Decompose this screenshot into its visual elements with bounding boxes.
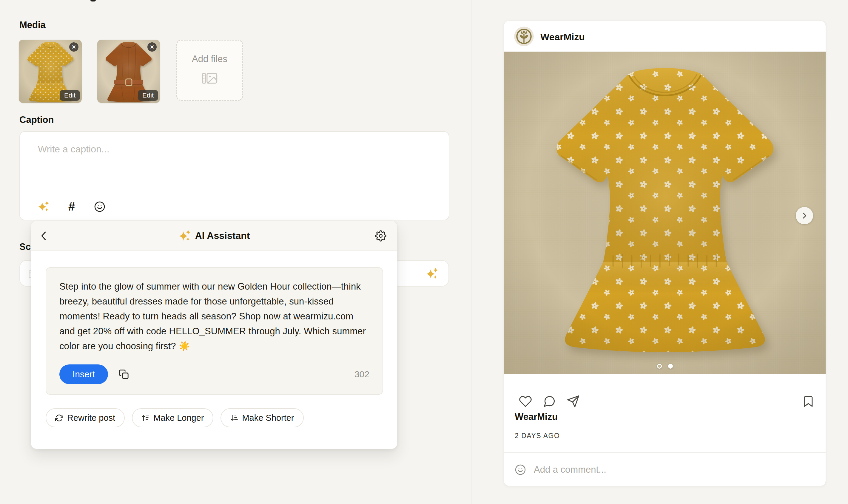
hashtag-button[interactable]: # [65,200,78,213]
post-preview-card: WearMizu WearMizu 2 DAYS AGO [504,21,826,486]
copy-icon[interactable] [119,369,129,379]
post-timestamp: 2 DAYS AGO [515,432,560,440]
add-comment-row[interactable]: Add a comment... [504,453,826,486]
add-files-label: Add files [192,54,227,65]
edit-media-badge[interactable]: Edit [138,90,158,101]
post-image-yellow-dress[interactable] [504,52,826,374]
emoji-smile-icon[interactable] [515,464,526,475]
ai-assistant-title-group: AI Assistant [178,230,250,242]
ai-suggest-button[interactable] [426,268,438,281]
rewrite-post-button[interactable]: Rewrite post [46,408,125,427]
media-thumbnails: ✕ Edit ✕ Edit [19,40,160,103]
make-shorter-label: Make Shorter [242,413,294,423]
comment-bubble-icon[interactable] [543,395,556,408]
post-action-row [519,395,580,408]
arrow-down-lines-icon [230,414,238,422]
ai-assistant-header: AI Assistant [31,221,397,251]
brand-avatar[interactable] [514,26,534,46]
caption-toolbar: # [20,193,449,220]
make-longer-button[interactable]: Make Longer [132,408,213,427]
media-upload-icon [202,72,217,85]
carousel-dots [504,364,826,368]
ai-assistant-panel: AI Assistant Step into the glow of summe… [31,221,398,449]
post-header: WearMizu [504,21,826,52]
ai-suggestion-actions: Insert 302 [59,364,369,384]
edit-media-badge[interactable]: Edit [60,90,80,101]
schedule-heading-partial: Sc [19,241,31,252]
botanical-logo-icon [514,26,534,46]
remove-media-button[interactable]: ✕ [69,42,78,52]
media-thumbnail-yellow-dress[interactable]: ✕ Edit [19,40,82,103]
refresh-icon [55,414,63,422]
ai-suggestion-text: Step into the glow of summer with our ne… [59,279,369,354]
like-heart-icon[interactable] [519,395,532,408]
make-longer-label: Make Longer [153,413,204,423]
ai-sparkles-button[interactable] [37,200,50,213]
add-files-dropzone[interactable]: Add files [176,40,243,101]
share-send-icon[interactable] [567,395,580,408]
pane-divider [471,0,472,504]
carousel-next-button[interactable] [796,207,813,224]
arrow-up-lines-icon [141,414,149,422]
caption-placeholder: Write a caption... [38,144,109,155]
rewrite-post-label: Rewrite post [67,413,115,423]
ai-assistant-title: AI Assistant [195,230,250,241]
caption-heading: Caption [19,114,54,125]
sparkles-icon [178,230,191,242]
comment-placeholder: Add a comment... [534,464,606,475]
post-username[interactable]: WearMizu [541,32,585,43]
character-count: 302 [354,369,369,379]
gear-icon[interactable] [375,230,386,241]
back-chevron-icon[interactable] [39,231,50,241]
insert-button[interactable]: Insert [59,364,108,384]
media-thumbnail-brown-dress[interactable]: ✕ Edit [97,40,160,103]
chevron-right-icon [800,212,809,220]
cropped-heading-fragment [90,0,96,1]
emoji-button[interactable] [93,200,106,213]
ai-suggestion-card: Step into the glow of summer with our ne… [46,267,383,395]
carousel-dot-1[interactable] [657,364,662,368]
make-shorter-button[interactable]: Make Shorter [220,408,303,427]
remove-media-button[interactable]: ✕ [147,42,157,52]
post-footer-username: WearMizu [515,412,558,422]
media-heading: Media [19,20,46,31]
carousel-dot-2[interactable] [668,364,673,368]
ai-action-buttons: Rewrite post Make Longer Make Shorter [46,408,304,427]
bookmark-icon[interactable] [802,395,815,408]
caption-editor[interactable]: Write a caption... # [19,131,449,220]
